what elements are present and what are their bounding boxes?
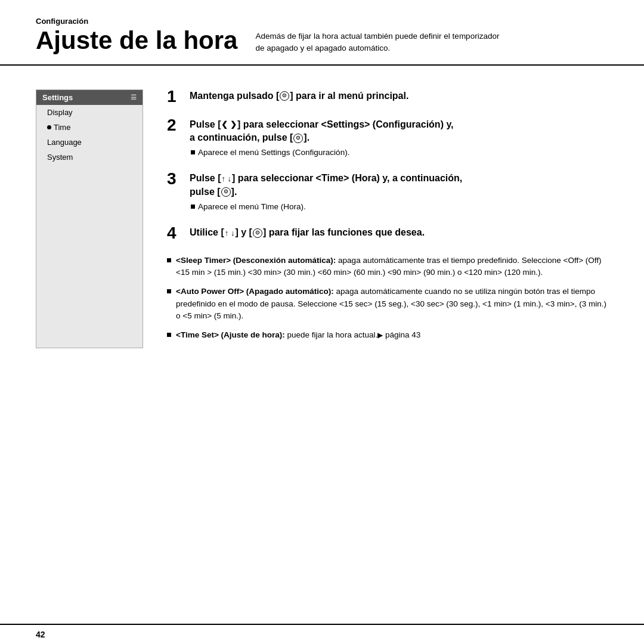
bullet-text-2: <Auto Power Off> (Apagado automático): a… [176, 286, 608, 322]
step-content-1: Mantenga pulsado [⊙] para ir al menú pri… [190, 89, 608, 103]
sidebar-header: Settings ☰ [36, 90, 143, 105]
step-content-3: Pulse [↑ ↓] para seleccionar <Time> (Hor… [190, 172, 608, 213]
left-right-arrows-icon: ❮ ❯ [221, 119, 237, 130]
arrow-right-icon: ▶ [377, 330, 383, 340]
bullet-list: <Sleep Timer> (Desconexión automática): … [167, 255, 608, 342]
bullet-icon-3 [167, 333, 171, 337]
header-description: Además de fijar la hora actual también p… [255, 27, 506, 55]
sidebar-item-time: Time [36, 120, 143, 135]
step-note-3: Aparece el menú Time (Hora). [190, 202, 608, 213]
enter-icon-2: ⊙ [293, 134, 303, 143]
menu-icon: ☰ [131, 94, 137, 101]
step-text-4: Utilice [↑ ↓] y [⊙] para fijar las funci… [190, 226, 608, 239]
step-4: 4 Utilice [↑ ↓] y [⊙] para fijar las fun… [167, 226, 608, 242]
bullet-text-3: <Time Set> (Ajuste de hora): puede fijar… [176, 329, 420, 341]
step-text-1: Mantenga pulsado [⊙] para ir al menú pri… [190, 89, 608, 103]
content-area: Settings ☰ Display Time Language System … [0, 66, 644, 367]
up-down-arrows-icon-4: ↑ ↓ [225, 228, 235, 239]
step-text-3: Pulse [↑ ↓] para seleccionar <Time> (Hor… [190, 172, 608, 199]
bullet-auto-power-off: <Auto Power Off> (Apagado automático): a… [167, 286, 608, 322]
step-1: 1 Mantenga pulsado [⊙] para ir al menú p… [167, 89, 608, 105]
up-down-arrows-icon-3: ↑ ↓ [221, 174, 231, 184]
bullet-sleep-timer: <Sleep Timer> (Desconexión automática): … [167, 255, 608, 279]
page-number: 42 [36, 630, 45, 639]
home-icon: ⊙ [280, 91, 289, 101]
step-number-4: 4 [167, 225, 190, 242]
settings-menu: Settings ☰ Display Time Language System [36, 89, 143, 349]
bullet-text-1: <Sleep Timer> (Desconexión automática): … [176, 255, 608, 279]
step-text-2: Pulse [❮ ❯] para seleccionar <Settings> … [190, 118, 608, 145]
bullet-icon-2 [167, 289, 171, 293]
note-bullet-2 [191, 150, 195, 154]
header: Configuración Ajuste de la hora Además d… [0, 0, 644, 66]
sidebar-item-language: Language [36, 135, 143, 150]
step-note-2: Aparece el menú Settings (Configuración)… [190, 147, 608, 159]
step-content-4: Utilice [↑ ↓] y [⊙] para fijar las funci… [190, 226, 608, 239]
step-number-2: 2 [167, 117, 190, 134]
active-indicator [47, 125, 51, 129]
sidebar-item-display: Display [36, 105, 143, 120]
bullet-icon-1 [167, 258, 171, 262]
configuracion-label: Configuración [36, 17, 608, 26]
instructions: 1 Mantenga pulsado [⊙] para ir al menú p… [167, 89, 608, 349]
sidebar-item-system: System [36, 150, 143, 165]
step-number-3: 3 [167, 171, 190, 187]
enter-icon-4: ⊙ [253, 228, 262, 238]
sidebar-title: Settings [42, 93, 73, 102]
step-number-1: 1 [167, 88, 190, 105]
page: Configuración Ajuste de la hora Además d… [0, 0, 644, 644]
note-bullet-3 [191, 205, 195, 209]
step-content-2: Pulse [❮ ❯] para seleccionar <Settings> … [190, 118, 608, 159]
bullet-time-set: <Time Set> (Ajuste de hora): puede fijar… [167, 329, 608, 341]
step-3: 3 Pulse [↑ ↓] para seleccionar <Time> (H… [167, 172, 608, 213]
step-2: 2 Pulse [❮ ❯] para seleccionar <Settings… [167, 118, 608, 159]
page-title: Ajuste de la hora [36, 27, 237, 54]
footer: 42 [0, 624, 644, 644]
enter-icon-3: ⊙ [221, 187, 231, 197]
